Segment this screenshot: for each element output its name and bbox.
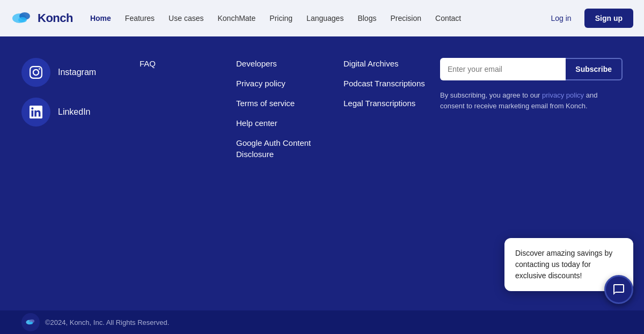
nav-pricing[interactable]: Pricing (263, 10, 299, 27)
footer-bar: ©2024, Konch, Inc. All Rights Reserved. (0, 310, 644, 334)
linkedin-icon-circle (21, 98, 50, 127)
subscribe-button[interactable]: Subscribe (566, 58, 623, 80)
email-input[interactable] (440, 58, 566, 80)
google-auth-link[interactable]: Google Auth Content Disclosure (236, 137, 343, 160)
chat-icon (612, 283, 625, 296)
footer-logo-icon (25, 317, 36, 328)
footer-links-col3: Digital Archives Podcast Transcriptions … (343, 53, 440, 300)
navbar: Konch Home Features Use cases KonchMate … (0, 0, 644, 36)
privacy-policy-link[interactable]: Privacy policy (236, 78, 343, 89)
chat-button[interactable] (604, 275, 633, 304)
help-center-link[interactable]: Help center (236, 117, 343, 129)
instagram-link[interactable]: Instagram (21, 58, 140, 87)
svg-point-5 (29, 322, 33, 324)
footer-links-col2: Developers Privacy policy Terms of servi… (236, 53, 343, 300)
linkedin-link[interactable]: LinkedIn (21, 98, 140, 127)
nav-blogs[interactable]: Blogs (351, 10, 383, 27)
logo-text: Konch (38, 11, 73, 25)
linkedin-icon (30, 106, 42, 118)
developers-link[interactable]: Developers (236, 58, 343, 69)
terms-of-service-link[interactable]: Terms of service (236, 98, 343, 109)
social-column: Instagram LinkedIn (21, 53, 140, 300)
logo[interactable]: Konch (11, 7, 73, 29)
faq-link[interactable]: FAQ (140, 58, 236, 69)
linkedin-label: LinkedIn (58, 107, 91, 117)
instagram-label: Instagram (58, 68, 96, 77)
instagram-icon-circle (21, 58, 50, 87)
footer-links-col1: FAQ (140, 53, 236, 300)
nav-home[interactable]: Home (84, 10, 118, 27)
nav-konchmate[interactable]: KonchMate (211, 10, 262, 27)
email-subscribe-row: Subscribe (440, 58, 623, 80)
nav-contact[interactable]: Contact (429, 10, 467, 27)
consent-text: By subscribing, you agree to our privacy… (440, 90, 623, 111)
nav-precision[interactable]: Precision (384, 10, 428, 27)
nav-actions: Log in Sign up (543, 9, 633, 28)
legal-transcriptions-link[interactable]: Legal Transcriptions (343, 98, 440, 109)
konch-logo-icon (11, 7, 33, 29)
footer-logo-circle (21, 313, 40, 331)
svg-point-2 (18, 17, 27, 23)
footer-copyright: ©2024, Konch, Inc. All Rights Reserved. (45, 318, 169, 326)
instagram-icon (30, 66, 42, 79)
nav-use-cases[interactable]: Use cases (162, 10, 210, 27)
nav-languages[interactable]: Languages (300, 10, 350, 27)
digital-archives-link[interactable]: Digital Archives (343, 58, 440, 69)
signup-button[interactable]: Sign up (584, 9, 633, 28)
privacy-policy-consent-link[interactable]: privacy policy (542, 91, 584, 99)
login-button[interactable]: Log in (543, 10, 580, 27)
chat-popup-text: Discover amazing savings by contacting u… (515, 249, 612, 280)
nav-features[interactable]: Features (119, 10, 161, 27)
nav-links: Home Features Use cases KonchMate Pricin… (84, 10, 540, 27)
podcast-transcriptions-link[interactable]: Podcast Transcriptions (343, 78, 440, 89)
